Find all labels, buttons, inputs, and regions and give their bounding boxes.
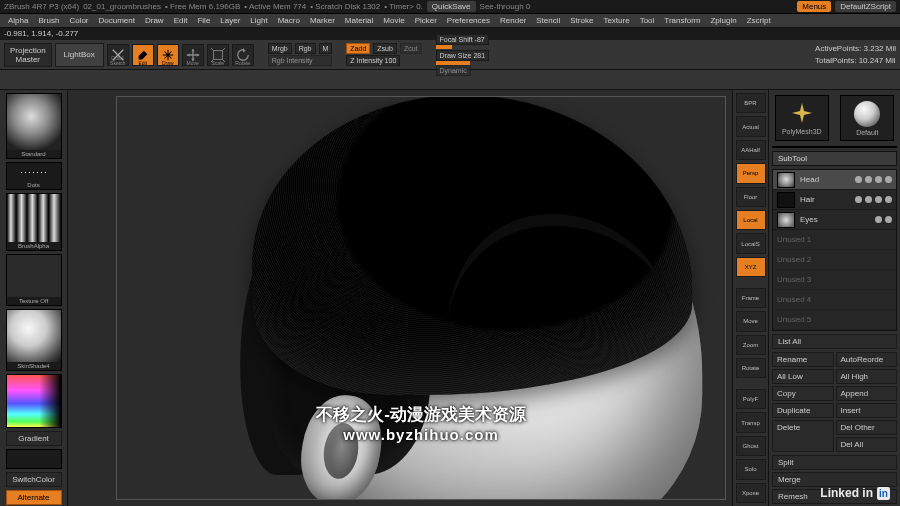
menu-zscript[interactable]: Zscript: [743, 15, 775, 26]
cam-zoom-button[interactable]: Zoom: [736, 335, 766, 355]
copy-button[interactable]: Copy: [772, 386, 834, 401]
menu-texture[interactable]: Texture: [599, 15, 633, 26]
menu-movie[interactable]: Movie: [379, 15, 408, 26]
menu-edit[interactable]: Edit: [170, 15, 192, 26]
draw-mode-button[interactable]: Draw: [157, 44, 179, 66]
alternate-button[interactable]: Alternate: [6, 490, 62, 505]
material-thumb[interactable]: SkinShade4: [6, 309, 62, 371]
menu-document[interactable]: Document: [95, 15, 139, 26]
menu-render[interactable]: Render: [496, 15, 530, 26]
visibility-toggles[interactable]: [875, 216, 892, 223]
floor-button[interactable]: Floor: [736, 187, 766, 207]
menu-picker[interactable]: Picker: [411, 15, 441, 26]
quicksave-button[interactable]: QuickSave: [427, 1, 476, 12]
frame-button[interactable]: Frame: [736, 288, 766, 308]
xpose-button[interactable]: Xpose: [736, 483, 766, 503]
tool-default[interactable]: Default: [840, 95, 894, 141]
ghost-button[interactable]: Ghost: [736, 436, 766, 456]
localsym-button[interactable]: LocalS: [736, 233, 766, 253]
scale-mode-button[interactable]: Scale: [207, 44, 229, 66]
texture-thumb[interactable]: Texture Off: [6, 254, 62, 306]
color-swatches[interactable]: [6, 449, 62, 469]
switchcolor-button[interactable]: SwitchColor: [6, 472, 62, 487]
move-mode-button[interactable]: Move: [182, 44, 204, 66]
zsub-button[interactable]: Zsub: [373, 43, 397, 54]
cam-move-button[interactable]: Move: [736, 311, 766, 331]
quicksketch-button[interactable]: Quick Sketch: [107, 44, 129, 66]
menu-transform[interactable]: Transform: [660, 15, 704, 26]
insert-button[interactable]: Insert: [836, 403, 898, 418]
subtool-unused: Unused 4: [773, 290, 896, 310]
projection-master[interactable]: Projection Master: [4, 43, 52, 67]
menu-alpha[interactable]: Alpha: [4, 15, 32, 26]
visibility-toggles[interactable]: [855, 196, 892, 203]
allhigh-button[interactable]: All High: [836, 369, 898, 384]
subtool-row-eyes[interactable]: Eyes: [773, 210, 896, 230]
polyframe-button[interactable]: PolyF: [736, 389, 766, 409]
color-picker[interactable]: [6, 374, 62, 428]
subtool-icon: [777, 172, 795, 188]
draw-size[interactable]: Draw Size 281: [436, 50, 490, 61]
append-button[interactable]: Append: [836, 386, 898, 401]
cam-rotate-button[interactable]: Rotate: [736, 358, 766, 378]
mrgb-button[interactable]: Mrgb: [268, 43, 292, 54]
menu-layer[interactable]: Layer: [216, 15, 244, 26]
subtool-header[interactable]: SubTool: [772, 151, 897, 166]
delother-button[interactable]: Del Other: [836, 420, 898, 435]
rgb-intensity[interactable]: Rgb Intensity: [268, 55, 333, 66]
local-button[interactable]: Local: [736, 210, 766, 230]
alllow-button[interactable]: All Low: [772, 369, 834, 384]
lightbox-button[interactable]: LightBox: [55, 43, 104, 67]
autoreorder-button[interactable]: AutoReorde: [836, 352, 898, 367]
delall-button[interactable]: Del All: [836, 437, 898, 452]
menu-marker[interactable]: Marker: [306, 15, 339, 26]
visibility-toggles[interactable]: [855, 176, 892, 183]
menus-toggle[interactable]: Menus: [797, 1, 831, 12]
solo-button[interactable]: Solo: [736, 459, 766, 479]
duplicate-button[interactable]: Duplicate: [772, 403, 834, 418]
rgb-button[interactable]: Rgb: [295, 43, 316, 54]
xyz-button[interactable]: XYZ: [736, 257, 766, 277]
subtool-row-hair[interactable]: Hair: [773, 190, 896, 210]
aahalf-button[interactable]: AAHalf: [736, 140, 766, 160]
default-zscript[interactable]: DefaultZScript: [835, 1, 896, 12]
brush-thumb[interactable]: Standard: [6, 93, 62, 159]
focal-shift[interactable]: Focal Shift -87: [436, 34, 489, 45]
z-intensity[interactable]: Z Intensity 100: [346, 55, 400, 66]
listall-button[interactable]: List All: [772, 334, 897, 349]
menu-tool[interactable]: Tool: [636, 15, 659, 26]
menu-brush[interactable]: Brush: [34, 15, 63, 26]
menu-draw[interactable]: Draw: [141, 15, 168, 26]
menu-color[interactable]: Color: [65, 15, 92, 26]
menu-macro[interactable]: Macro: [274, 15, 304, 26]
dynamic-toggle[interactable]: Dynamic: [436, 65, 471, 76]
delete-button[interactable]: Delete: [772, 420, 834, 452]
split-button[interactable]: Split: [772, 455, 897, 470]
zcut-button[interactable]: Zcut: [400, 43, 422, 54]
stroke-thumb[interactable]: Dots: [6, 162, 62, 190]
edit-mode-button[interactable]: Edit: [132, 44, 154, 66]
tool-preview[interactable]: [772, 146, 897, 148]
menu-zplugin[interactable]: Zplugin: [706, 15, 740, 26]
bpr-button[interactable]: BPR: [736, 93, 766, 113]
actual-button[interactable]: Actual: [736, 116, 766, 136]
linkedin-icon: in: [877, 487, 890, 500]
menu-light[interactable]: Light: [246, 15, 271, 26]
menu-file[interactable]: File: [193, 15, 214, 26]
rotate-mode-button[interactable]: Rotate: [232, 44, 254, 66]
canvas-area[interactable]: 不移之火-动漫游戏美术资源 www.byzhihuo.com: [68, 90, 732, 506]
subtool-row-head[interactable]: Head: [773, 170, 896, 190]
menu-stencil[interactable]: Stencil: [532, 15, 564, 26]
persp-button[interactable]: Persp: [736, 163, 766, 183]
menu-stroke[interactable]: Stroke: [566, 15, 597, 26]
merge-button[interactable]: Merge: [772, 472, 897, 487]
rename-button[interactable]: Rename: [772, 352, 834, 367]
transp-button[interactable]: Transp: [736, 412, 766, 432]
menu-material[interactable]: Material: [341, 15, 377, 26]
tool-polymesh3d[interactable]: PolyMesh3D: [775, 95, 829, 141]
alpha-thumb[interactable]: BrushAlpha: [6, 193, 62, 251]
gradient-button[interactable]: Gradient: [6, 431, 62, 446]
m-button[interactable]: M: [319, 43, 333, 54]
menu-preferences[interactable]: Preferences: [443, 15, 494, 26]
zadd-button[interactable]: Zadd: [346, 43, 370, 54]
